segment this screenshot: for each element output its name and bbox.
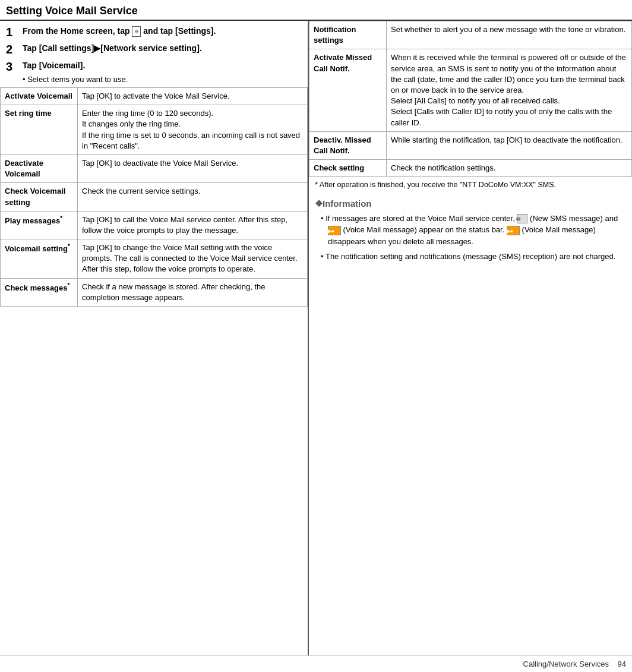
table-row: Activate VoicemailTap [OK] to activate t… bbox=[1, 88, 308, 105]
list-item: If messages are stored at the Voice Mail… bbox=[321, 213, 626, 248]
term-cell: Voicemail setting* bbox=[1, 239, 78, 279]
term-cell: Check messages* bbox=[1, 278, 78, 306]
term-cell: Check setting bbox=[309, 160, 387, 177]
voicemail-icon: ▶● bbox=[328, 226, 341, 235]
desc-cell: When it is received while the terminal i… bbox=[387, 49, 632, 131]
table-row: Play messages*Tap [OK] to call the Voice… bbox=[1, 211, 308, 239]
term-cell: Activate Missed Call Notif. bbox=[309, 49, 387, 131]
page-title: Setting Voice Mail Service bbox=[0, 0, 632, 21]
step-3-subtext: • Select items you want to use. bbox=[23, 75, 302, 84]
desc-cell: Check if a new message is stored. After … bbox=[78, 278, 308, 306]
desc-cell: Tap [OK] to activate the Voice Mail Serv… bbox=[78, 88, 308, 105]
step-3-number: 3 bbox=[6, 60, 18, 74]
footnote: * After operation is finished, you recei… bbox=[309, 177, 632, 194]
voicemail-settings-table: Activate VoicemailTap [OK] to activate t… bbox=[0, 87, 308, 307]
table-row: Activate Missed Call Notif.When it is re… bbox=[309, 49, 632, 131]
sms-icon: ✉ bbox=[517, 214, 527, 223]
page-footer: Calling/Network Services 94 bbox=[0, 655, 632, 672]
desc-cell: Set whether to alert you of a new messag… bbox=[387, 21, 632, 49]
desc-cell: Check the notification settings. bbox=[387, 160, 632, 177]
notification-settings-table: Notification settingsSet whether to aler… bbox=[309, 21, 632, 177]
info-section: ❖Information If messages are stored at t… bbox=[309, 194, 632, 271]
term-cell: Set ring time bbox=[1, 105, 78, 155]
step-1-number: 1 bbox=[6, 26, 18, 39]
term-cell: Activate Voicemail bbox=[1, 88, 78, 105]
desc-cell: Enter the ring time (0 to 120 seconds). … bbox=[78, 105, 308, 155]
desc-cell: Check the current service settings. bbox=[78, 183, 308, 211]
term-cell: Notification settings bbox=[309, 21, 387, 49]
footer-label: Calling/Network Services bbox=[523, 660, 609, 668]
table-row: Deactivate VoicemailTap [OK] to deactiva… bbox=[1, 154, 308, 182]
term-cell: Play messages* bbox=[1, 211, 78, 239]
table-row: Check messages*Check if a new message is… bbox=[1, 278, 308, 306]
step-2-number: 2 bbox=[6, 43, 18, 56]
info-title: ❖Information bbox=[315, 198, 626, 209]
step-1-text: From the Home screen, tap ≡ and tap [Set… bbox=[23, 26, 216, 37]
table-row: Notification settingsSet whether to aler… bbox=[309, 21, 632, 49]
desc-cell: Tap [OK] to deactivate the Voice Mail Se… bbox=[78, 154, 308, 182]
term-cell: Deactiv. Missed Call Notif. bbox=[309, 131, 387, 159]
page-number: 94 bbox=[618, 660, 626, 668]
step-3-text: Tap [Voicemail]. bbox=[23, 60, 85, 72]
table-row: Check settingCheck the notification sett… bbox=[309, 160, 632, 177]
term-cell: Check Voicemail setting bbox=[1, 183, 78, 211]
table-row: Deactiv. Missed Call Notif.While startin… bbox=[309, 131, 632, 159]
list-item: The notification setting and notificatio… bbox=[321, 251, 626, 263]
step-2-text: Tap [Call settings]▶[Network service set… bbox=[23, 43, 202, 55]
desc-cell: Tap [OK] to change the Voice Mail settin… bbox=[78, 239, 308, 279]
table-row: Check Voicemail settingCheck the current… bbox=[1, 183, 308, 211]
voicemail-icon-2: ▶● bbox=[507, 226, 520, 235]
desc-cell: While starting the notification, tap [OK… bbox=[387, 131, 632, 159]
table-row: Set ring timeEnter the ring time (0 to 1… bbox=[1, 105, 308, 155]
term-cell: Deactivate Voicemail bbox=[1, 154, 78, 182]
table-row: Voicemail setting*Tap [OK] to change the… bbox=[1, 239, 308, 279]
desc-cell: Tap [OK] to call the Voice Mail service … bbox=[78, 211, 308, 239]
